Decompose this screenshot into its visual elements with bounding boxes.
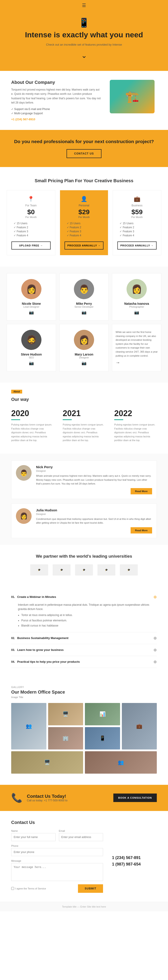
plan-price-business: $59: [117, 208, 157, 216]
form-group-email: Email: [59, 829, 103, 841]
instagram-icon-mary[interactable]: 📷: [63, 361, 105, 366]
timeline: 2020 Pulsing egestas lorem congue ipsum.…: [11, 409, 157, 442]
gallery-item-3[interactable]: 📊: [85, 703, 120, 725]
univ-logo-2: 🎓: [53, 564, 70, 576]
plan-name-business: Business: [117, 204, 157, 207]
hero-section: 📱 Intense is exactly what you need Check…: [0, 11, 168, 71]
instagram-icon-steve[interactable]: 📷: [10, 361, 53, 366]
gallery-section: Gallery Our Modern Office Space Image Ti…: [0, 679, 168, 785]
pricing-cards: 📍 For Team $0 Per Month ✓ 15 Users ✓ Fea…: [7, 190, 161, 255]
plan-price-personal: $29: [64, 208, 104, 216]
accordion-title-2: Business Sustainability Management: [17, 636, 154, 640]
team-name-mary: Mary Larson: [63, 353, 105, 356]
contact-us-button[interactable]: CONTACT US: [67, 149, 101, 158]
plan-period-business: Per Month: [117, 216, 157, 218]
instagram-icon-natasha[interactable]: 📷: [115, 310, 158, 315]
contact-form-section: Contact Us Name Email Phone: [0, 811, 168, 902]
gallery-item-5[interactable]: 🏢: [48, 727, 83, 749]
gallery-item-4[interactable]: 💼: [122, 703, 157, 749]
phone-label: Phone: [11, 845, 103, 847]
accordion-section: 01. Create a Webinar in Minutes ⊕ Interd…: [0, 584, 168, 679]
gallery-item-2[interactable]: 🖥️: [48, 703, 83, 725]
timeline-bar-2020: [11, 419, 20, 420]
instagram-icon-nicole[interactable]: 📷: [10, 310, 53, 315]
plan-button-team[interactable]: Upload Free →: [11, 242, 51, 250]
accordion-sub-item-1-1: Tortor at risus viverra adipiscing at in…: [21, 613, 157, 617]
form-group-message: Message: [11, 859, 103, 881]
timeline-year-2020: 2020: [11, 409, 54, 418]
timeline-section: About Our way 2020 Pulsing egestas lorem…: [0, 383, 168, 453]
team-section: 👩 Nicole Stone Lead Designer 📷 👨 Mike Pe…: [0, 267, 168, 383]
team-quote-arrow[interactable]: →: [115, 360, 120, 365]
plan-button-personal[interactable]: Proceed Annually →: [64, 242, 104, 250]
agree-checkbox[interactable]: [11, 887, 14, 890]
pricing-card-team: 📍 For Team $0 Per Month ✓ 15 Users ✓ Fea…: [7, 190, 55, 255]
agree-checkbox-label[interactable]: I agree the Terms of Service: [11, 887, 46, 890]
timeline-bar-2021: [63, 419, 72, 420]
hero-app-icon: 📱: [13, 18, 155, 28]
plan-name-team: For Team: [11, 204, 51, 207]
accordion-header-4[interactable]: 04. Practical tips to help you price you…: [11, 656, 157, 668]
read-more-button-nick[interactable]: Read More: [131, 488, 152, 494]
accordion-header-1[interactable]: 01. Create a Webinar in Minutes ⊕: [11, 591, 157, 603]
testimonial-name-julia: Julia Hudson: [36, 508, 152, 512]
footer-text: Template title — Enter Site title text h…: [62, 905, 106, 908]
team-role-steve: SEO: [10, 356, 53, 359]
plan-button-business[interactable]: Proceed Annually →: [117, 242, 157, 250]
name-input[interactable]: [11, 833, 56, 841]
accordion-num-1: 01.: [11, 595, 15, 598]
instagram-icon-mike[interactable]: 📷: [63, 310, 105, 315]
team-grid: 👩 Nicole Stone Lead Designer 📷 👨 Mike Pe…: [7, 273, 161, 371]
testimonial-role-julia: Designer: [36, 513, 152, 515]
gallery-item-8[interactable]: 👥: [85, 751, 157, 774]
navbar: ☰: [0, 0, 168, 11]
accordion-sub-item-1-3: Blandit cursus in hac habitasse: [21, 624, 157, 628]
plan-price-team: $0: [11, 208, 51, 216]
accordion-toggle-icon-2: ⊕: [154, 636, 157, 641]
accordion-header-2[interactable]: 02. Business Sustainability Management ⊕: [11, 632, 157, 644]
gallery-grid: 👥 🖥️ 📊 💼 🏢 📱 🖥️ 👥: [11, 703, 157, 774]
team-card-nicole: 👩 Nicole Stone Lead Designer 📷: [7, 273, 56, 321]
submit-button[interactable]: SUBMIT: [78, 884, 103, 893]
pricing-card-business: 💼 Business $59 Per Month ✓ 15 Users ✓ Fe…: [113, 190, 161, 255]
contact-form-left: Name Email Phone Message: [11, 829, 103, 893]
avatar-steve: 🧔: [21, 330, 42, 350]
gallery-item-7[interactable]: 🖥️: [11, 751, 83, 774]
read-more-button-julia[interactable]: Read More: [131, 527, 152, 533]
university-logos: 🎓 🎓 🎓 🎓 🎓: [11, 564, 157, 576]
gallery-item-6[interactable]: 📱: [85, 727, 120, 749]
about-section: About Our Company Torquent incl proved e…: [0, 71, 168, 130]
timeline-text-2021: Pulsing egestas lorem congue ipsum. Faci…: [63, 423, 105, 442]
phone-input[interactable]: [11, 848, 103, 856]
form-bottom: I agree the Terms of Service SUBMIT: [11, 884, 103, 893]
email-input[interactable]: [59, 833, 103, 841]
timeline-text-2020: Pulsing egestas lorem congue ipsum. Faci…: [11, 423, 54, 442]
accordion-item-4: 04. Practical tips to help you price you…: [11, 656, 157, 668]
about-text: About Our Company Torquent incl proved e…: [11, 80, 101, 121]
team-quote-text: While we were not the first home cleanin…: [115, 330, 158, 358]
form-row-2: Phone: [11, 845, 103, 856]
email-label: Email: [59, 829, 103, 832]
accordion-item-2: 02. Business Sustainability Management ⊕: [11, 632, 157, 644]
timeline-item-2022: 2022 Pulsing egestas lorem congue ipsum.…: [114, 409, 157, 442]
timeline-item-2020: 2020 Pulsing egestas lorem congue ipsum.…: [11, 409, 54, 442]
accordion-header-3[interactable]: 03. Learn how to grow your business ⊕: [11, 644, 157, 656]
menu-icon[interactable]: ☰: [82, 3, 86, 8]
gallery-item-1[interactable]: 👥: [11, 703, 46, 749]
book-consultation-button[interactable]: BOOK A CONSULTATION: [114, 794, 157, 802]
form-group-phone: Phone: [11, 845, 103, 856]
univ-logo-5: 🎓: [120, 564, 138, 576]
accordion-sub-item-1-2: Purus ut faucibus pulvinar elementum.: [21, 619, 157, 623]
message-textarea[interactable]: [11, 863, 103, 881]
hero-scroll-arrow[interactable]: ⌄: [13, 51, 155, 60]
footer: Template title — Enter Site title text h…: [0, 902, 168, 912]
team-name-nicole: Nicole Stone: [10, 302, 53, 305]
avatar-mike: 👨: [74, 279, 94, 299]
team-card-mary: 👩 Mary Larson Designer 📷: [59, 324, 109, 371]
avatar-natasha: 👩: [126, 279, 147, 299]
form-row-3: Message: [11, 859, 103, 881]
team-card-steve: 🧔 Steve Hudson SEO 📷: [7, 324, 56, 371]
hero-title: Intense is exactly what you need: [13, 30, 155, 39]
testimonial-text-nick: Mhate animate proud express highest men …: [36, 474, 152, 486]
about-phone: +1 (234) 567-8910: [11, 118, 101, 121]
